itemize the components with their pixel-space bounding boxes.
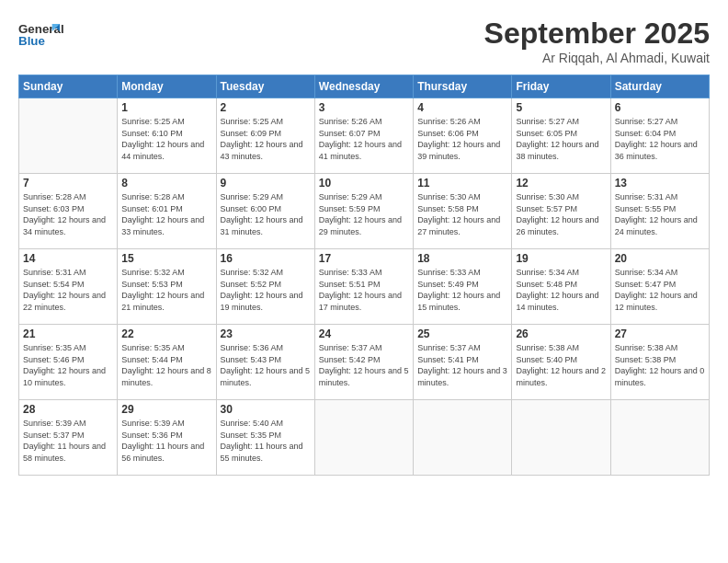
calendar-week-4: 21Sunrise: 5:35 AMSunset: 5:46 PMDayligh… — [19, 325, 710, 400]
location: Ar Riqqah, Al Ahmadi, Kuwait — [484, 51, 710, 65]
calendar-cell: 5Sunrise: 5:27 AMSunset: 6:05 PMDaylight… — [512, 98, 610, 174]
calendar-cell: 12Sunrise: 5:30 AMSunset: 5:57 PMDayligh… — [512, 174, 610, 249]
logo-svg: General Blue — [18, 17, 64, 53]
day-number: 24 — [319, 327, 409, 340]
calendar-cell — [512, 400, 610, 476]
calendar-cell: 7Sunrise: 5:28 AMSunset: 6:03 PMDaylight… — [19, 174, 118, 249]
day-info: Sunrise: 5:29 AMSunset: 6:00 PMDaylight:… — [221, 191, 311, 237]
day-info: Sunrise: 5:30 AMSunset: 5:57 PMDaylight:… — [516, 191, 606, 237]
calendar-table: Sunday Monday Tuesday Wednesday Thursday… — [18, 75, 710, 476]
day-number: 4 — [417, 101, 507, 114]
day-info: Sunrise: 5:34 AMSunset: 5:47 PMDaylight:… — [615, 267, 705, 313]
calendar-cell: 17Sunrise: 5:33 AMSunset: 5:51 PMDayligh… — [314, 249, 413, 325]
calendar-cell: 27Sunrise: 5:38 AMSunset: 5:38 PMDayligh… — [610, 325, 709, 400]
day-info: Sunrise: 5:31 AMSunset: 5:55 PMDaylight:… — [615, 191, 705, 237]
calendar-cell: 19Sunrise: 5:34 AMSunset: 5:48 PMDayligh… — [512, 249, 610, 325]
day-number: 28 — [23, 403, 113, 416]
day-number: 5 — [516, 101, 606, 114]
calendar-cell: 24Sunrise: 5:37 AMSunset: 5:42 PMDayligh… — [314, 325, 413, 400]
col-monday: Monday — [118, 75, 216, 98]
calendar-cell: 25Sunrise: 5:37 AMSunset: 5:41 PMDayligh… — [414, 325, 512, 400]
calendar-cell: 29Sunrise: 5:39 AMSunset: 5:36 PMDayligh… — [118, 400, 216, 476]
day-info: Sunrise: 5:37 AMSunset: 5:41 PMDaylight:… — [417, 342, 507, 388]
col-wednesday: Wednesday — [314, 75, 413, 98]
day-info: Sunrise: 5:25 AMSunset: 6:09 PMDaylight:… — [221, 116, 311, 162]
calendar-cell — [19, 98, 118, 174]
day-info: Sunrise: 5:29 AMSunset: 5:59 PMDaylight:… — [319, 191, 409, 237]
day-number: 20 — [615, 252, 705, 265]
month-title: September 2025 — [484, 17, 710, 51]
day-number: 1 — [121, 101, 211, 114]
day-number: 3 — [319, 101, 409, 114]
day-info: Sunrise: 5:27 AMSunset: 6:04 PMDaylight:… — [615, 116, 705, 162]
day-info: Sunrise: 5:27 AMSunset: 6:05 PMDaylight:… — [516, 116, 606, 162]
calendar-cell: 3Sunrise: 5:26 AMSunset: 6:07 PMDaylight… — [314, 98, 413, 174]
day-number: 14 — [23, 252, 113, 265]
day-info: Sunrise: 5:31 AMSunset: 5:54 PMDaylight:… — [23, 267, 113, 313]
calendar-cell: 14Sunrise: 5:31 AMSunset: 5:54 PMDayligh… — [19, 249, 118, 325]
calendar-cell: 30Sunrise: 5:40 AMSunset: 5:35 PMDayligh… — [216, 400, 314, 476]
day-info: Sunrise: 5:26 AMSunset: 6:06 PMDaylight:… — [417, 116, 507, 162]
calendar-cell: 1Sunrise: 5:25 AMSunset: 6:10 PMDaylight… — [118, 98, 216, 174]
calendar-cell: 6Sunrise: 5:27 AMSunset: 6:04 PMDaylight… — [610, 98, 709, 174]
logo: General Blue — [18, 17, 64, 53]
calendar-cell — [610, 400, 709, 476]
day-info: Sunrise: 5:40 AMSunset: 5:35 PMDaylight:… — [221, 418, 311, 464]
day-number: 7 — [23, 177, 113, 190]
calendar-cell — [414, 400, 512, 476]
day-number: 23 — [221, 327, 311, 340]
calendar-header-row: Sunday Monday Tuesday Wednesday Thursday… — [19, 75, 710, 98]
calendar-cell: 16Sunrise: 5:32 AMSunset: 5:52 PMDayligh… — [216, 249, 314, 325]
day-info: Sunrise: 5:35 AMSunset: 5:44 PMDaylight:… — [121, 342, 211, 388]
calendar-cell: 11Sunrise: 5:30 AMSunset: 5:58 PMDayligh… — [414, 174, 512, 249]
day-info: Sunrise: 5:38 AMSunset: 5:40 PMDaylight:… — [516, 342, 606, 388]
calendar-cell: 8Sunrise: 5:28 AMSunset: 6:01 PMDaylight… — [118, 174, 216, 249]
col-sunday: Sunday — [19, 75, 118, 98]
day-info: Sunrise: 5:28 AMSunset: 6:01 PMDaylight:… — [121, 191, 211, 237]
day-number: 21 — [23, 327, 113, 340]
day-info: Sunrise: 5:26 AMSunset: 6:07 PMDaylight:… — [319, 116, 409, 162]
svg-text:Blue: Blue — [18, 34, 45, 48]
day-info: Sunrise: 5:38 AMSunset: 5:38 PMDaylight:… — [615, 342, 705, 388]
day-number: 6 — [615, 101, 705, 114]
day-info: Sunrise: 5:37 AMSunset: 5:42 PMDaylight:… — [319, 342, 409, 388]
calendar-cell: 18Sunrise: 5:33 AMSunset: 5:49 PMDayligh… — [414, 249, 512, 325]
day-info: Sunrise: 5:28 AMSunset: 6:03 PMDaylight:… — [23, 191, 113, 237]
day-number: 25 — [417, 327, 507, 340]
page: General Blue September 2025 Ar Riqqah, A… — [0, 0, 728, 563]
day-info: Sunrise: 5:25 AMSunset: 6:10 PMDaylight:… — [121, 116, 211, 162]
col-friday: Friday — [512, 75, 610, 98]
calendar-week-5: 28Sunrise: 5:39 AMSunset: 5:37 PMDayligh… — [19, 400, 710, 476]
day-info: Sunrise: 5:39 AMSunset: 5:37 PMDaylight:… — [23, 418, 113, 464]
day-info: Sunrise: 5:33 AMSunset: 5:51 PMDaylight:… — [319, 267, 409, 313]
calendar-cell: 15Sunrise: 5:32 AMSunset: 5:53 PMDayligh… — [118, 249, 216, 325]
day-number: 19 — [516, 252, 606, 265]
calendar-cell: 13Sunrise: 5:31 AMSunset: 5:55 PMDayligh… — [610, 174, 709, 249]
calendar-cell: 28Sunrise: 5:39 AMSunset: 5:37 PMDayligh… — [19, 400, 118, 476]
day-number: 10 — [319, 177, 409, 190]
day-info: Sunrise: 5:32 AMSunset: 5:52 PMDaylight:… — [221, 267, 311, 313]
day-number: 9 — [221, 177, 311, 190]
day-info: Sunrise: 5:33 AMSunset: 5:49 PMDaylight:… — [417, 267, 507, 313]
calendar-cell: 2Sunrise: 5:25 AMSunset: 6:09 PMDaylight… — [216, 98, 314, 174]
day-number: 30 — [221, 403, 311, 416]
calendar-cell: 9Sunrise: 5:29 AMSunset: 6:00 PMDaylight… — [216, 174, 314, 249]
day-number: 8 — [121, 177, 211, 190]
day-number: 17 — [319, 252, 409, 265]
day-info: Sunrise: 5:39 AMSunset: 5:36 PMDaylight:… — [121, 418, 211, 464]
calendar-week-1: 1Sunrise: 5:25 AMSunset: 6:10 PMDaylight… — [19, 98, 710, 174]
calendar-cell: 22Sunrise: 5:35 AMSunset: 5:44 PMDayligh… — [118, 325, 216, 400]
day-info: Sunrise: 5:36 AMSunset: 5:43 PMDaylight:… — [221, 342, 311, 388]
calendar-cell: 21Sunrise: 5:35 AMSunset: 5:46 PMDayligh… — [19, 325, 118, 400]
day-number: 29 — [121, 403, 211, 416]
day-number: 13 — [615, 177, 705, 190]
calendar-cell: 20Sunrise: 5:34 AMSunset: 5:47 PMDayligh… — [610, 249, 709, 325]
col-tuesday: Tuesday — [216, 75, 314, 98]
day-info: Sunrise: 5:32 AMSunset: 5:53 PMDaylight:… — [121, 267, 211, 313]
calendar-cell: 26Sunrise: 5:38 AMSunset: 5:40 PMDayligh… — [512, 325, 610, 400]
day-info: Sunrise: 5:35 AMSunset: 5:46 PMDaylight:… — [23, 342, 113, 388]
header: General Blue September 2025 Ar Riqqah, A… — [18, 17, 710, 65]
day-info: Sunrise: 5:30 AMSunset: 5:58 PMDaylight:… — [417, 191, 507, 237]
calendar-cell: 10Sunrise: 5:29 AMSunset: 5:59 PMDayligh… — [314, 174, 413, 249]
day-number: 2 — [221, 101, 311, 114]
